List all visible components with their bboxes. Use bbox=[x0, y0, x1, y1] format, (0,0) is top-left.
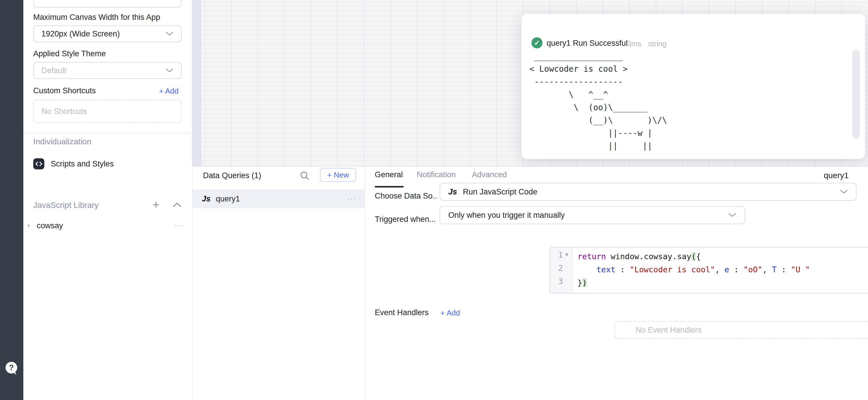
style-theme-label: Applied Style Theme bbox=[33, 49, 106, 58]
max-canvas-width-label: Maximum Canvas Width for this App bbox=[33, 13, 160, 22]
js-library-header: JavaScript Library bbox=[33, 201, 99, 210]
code-token: ) bbox=[582, 278, 587, 287]
no-shortcuts-box: No Shortcuts bbox=[33, 100, 182, 123]
expand-caret-icon[interactable] bbox=[28, 224, 30, 228]
chevron-down-icon bbox=[728, 213, 737, 218]
svg-text:?: ? bbox=[9, 363, 14, 372]
code-token: : bbox=[615, 265, 630, 274]
query-result-popup: ✓ query1 Run Successful 3ms string ✕ ___… bbox=[522, 14, 865, 159]
help-bubble-icon: ? bbox=[4, 361, 19, 375]
no-shortcuts-text: No Shortcuts bbox=[41, 107, 87, 116]
popup-scrollbar[interactable] bbox=[852, 49, 860, 138]
help-button[interactable]: ? bbox=[4, 361, 19, 375]
tab-general[interactable]: General bbox=[375, 170, 403, 179]
custom-shortcuts-label: Custom Shortcuts bbox=[33, 86, 96, 95]
code-token: } bbox=[578, 278, 582, 287]
code-token: return bbox=[578, 252, 606, 261]
library-item-cowsay[interactable]: cowsay ··· bbox=[23, 218, 192, 233]
section-divider bbox=[23, 133, 192, 133]
library-item-menu-icon[interactable]: ··· bbox=[175, 222, 184, 229]
line-number: 3 bbox=[554, 277, 563, 286]
query-editor-pane: General Notification Advanced query1 Run… bbox=[365, 167, 868, 400]
success-check-icon: ✓ bbox=[531, 37, 542, 48]
line-number: 1 bbox=[554, 251, 563, 260]
run-duration: 3ms bbox=[627, 39, 641, 48]
code-token: e bbox=[724, 265, 729, 274]
collapse-library-icon[interactable] bbox=[173, 202, 181, 208]
query-item-name: query1 bbox=[216, 195, 240, 203]
scripts-and-styles-label: Scripts and Styles bbox=[51, 160, 114, 168]
no-event-handlers-text: No Event Handlers bbox=[636, 326, 702, 335]
new-query-button[interactable]: + New bbox=[320, 168, 356, 182]
cowsay-ascii-output: __________________ < Lowcoder is cool > … bbox=[529, 50, 667, 153]
chevron-down-icon bbox=[165, 32, 174, 36]
add-event-handler-link[interactable]: + Add bbox=[440, 308, 460, 318]
code-line-3: }) bbox=[578, 276, 587, 289]
js-query-icon: Js bbox=[202, 195, 211, 203]
style-theme-select[interactable]: Default bbox=[33, 62, 182, 79]
code-line-1: return window.cowsay.say({ bbox=[578, 250, 701, 263]
code-token: , bbox=[715, 265, 724, 274]
code-token: { bbox=[696, 252, 701, 261]
add-library-button[interactable]: + bbox=[153, 198, 159, 211]
code-line-2: text : "Lowcoder is cool", e : "oO", T :… bbox=[578, 263, 810, 276]
max-canvas-width-select[interactable]: 1920px (Wide Screen) bbox=[33, 25, 182, 42]
lowcoder-app: ? Maximum Canvas Width for this App 1920… bbox=[0, 0, 868, 400]
style-theme-placeholder: Default bbox=[41, 66, 66, 75]
fold-caret-icon[interactable]: ▾ bbox=[565, 251, 568, 258]
datasource-value: Run JavaScript Code bbox=[463, 188, 537, 197]
active-tab-underline bbox=[375, 186, 404, 188]
code-editor[interactable]: 1 2 3 ▾ return window.cowsay.say({ text … bbox=[550, 247, 868, 294]
query-item-menu-icon[interactable]: ··· bbox=[347, 195, 356, 203]
code-token: "oO" bbox=[743, 265, 763, 274]
event-handlers-label: Event Handlers bbox=[375, 308, 429, 317]
line-number: 2 bbox=[554, 264, 563, 273]
code-gutter: 1 2 3 ▾ bbox=[550, 247, 573, 293]
max-canvas-width-value: 1920px (Wide Screen) bbox=[41, 29, 120, 38]
trigger-select[interactable]: Only when you trigger it manually bbox=[439, 206, 745, 224]
code-token: "Lowcoder is cool" bbox=[630, 265, 715, 274]
cutoff-select[interactable] bbox=[33, 0, 182, 8]
code-token: , bbox=[763, 265, 772, 274]
code-token: "U " bbox=[791, 265, 810, 274]
code-token: : bbox=[777, 265, 791, 274]
library-item-name: cowsay bbox=[37, 221, 63, 230]
code-token: text bbox=[596, 265, 615, 274]
chevron-down-icon bbox=[840, 190, 848, 194]
code-token: window.cowsay.say bbox=[606, 252, 691, 261]
popup-title: query1 Run Successful bbox=[547, 39, 628, 48]
data-queries-list: Data Queries (1) + New Js query1 ··· bbox=[192, 167, 365, 400]
tab-advanced[interactable]: Advanced bbox=[472, 170, 507, 179]
result-type: string bbox=[648, 39, 667, 48]
no-event-handlers-box: No Event Handlers bbox=[615, 321, 868, 339]
data-queries-title: Data Queries (1) bbox=[203, 171, 261, 180]
app-settings-panel: Maximum Canvas Width for this App 1920px… bbox=[23, 0, 192, 400]
code-token: ( bbox=[691, 252, 696, 261]
datasource-select[interactable]: Js Run JavaScript Code bbox=[439, 183, 857, 201]
code-token: T bbox=[772, 265, 777, 274]
trigger-value: Only when you trigger it manually bbox=[448, 211, 565, 220]
js-datasource-icon: Js bbox=[448, 188, 457, 197]
tab-notification[interactable]: Notification bbox=[417, 170, 456, 179]
code-token: : bbox=[729, 265, 743, 274]
scripts-and-styles-item[interactable]: Scripts and Styles bbox=[33, 158, 114, 169]
code-brackets-icon bbox=[33, 158, 44, 169]
chevron-down-icon bbox=[165, 68, 174, 73]
datasource-label: Choose Data So... bbox=[375, 192, 438, 201]
query-bottom-panel: Data Queries (1) + New Js query1 ··· Gen… bbox=[192, 166, 868, 400]
left-nav-rail bbox=[0, 0, 23, 400]
code-token bbox=[578, 265, 596, 274]
trigger-label: Triggered when... bbox=[375, 215, 438, 224]
individualization-header: Individualization bbox=[33, 137, 91, 146]
query-list-item[interactable]: Js query1 ··· bbox=[192, 190, 365, 208]
search-icon[interactable] bbox=[300, 171, 310, 182]
query-title: query1 bbox=[797, 171, 868, 180]
add-shortcut-link[interactable]: + Add bbox=[159, 87, 179, 96]
